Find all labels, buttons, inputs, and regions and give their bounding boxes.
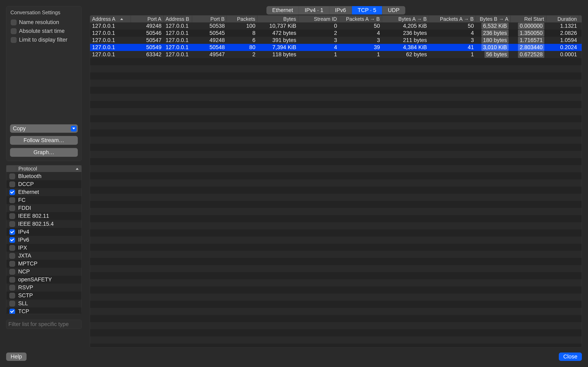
checkbox-icon[interactable]: [9, 213, 15, 219]
table-cell: 6: [227, 37, 258, 43]
checkbox-icon[interactable]: [9, 182, 15, 187]
help-button[interactable]: Help: [6, 352, 26, 361]
protocol-label: IPv4: [18, 229, 29, 235]
protocol-row[interactable]: Bluetooth: [6, 172, 81, 180]
table-row[interactable]: 127.0.0.163342127.0.0.1495472118 bytes11…: [90, 51, 582, 58]
setting-label: Name resolution: [19, 19, 59, 25]
table-row-empty: [90, 101, 582, 108]
setting-option[interactable]: Name resolution: [9, 18, 79, 27]
checkbox-icon[interactable]: [9, 269, 15, 275]
protocol-label: SLL: [18, 300, 28, 307]
column-header[interactable]: Port A: [131, 16, 164, 22]
copy-label: Copy: [13, 125, 26, 132]
table-row[interactable]: 127.0.0.150547127.0.0.1492486391 bytes33…: [90, 37, 582, 44]
follow-stream-button[interactable]: Follow Stream…: [10, 136, 78, 145]
checkbox-icon[interactable]: [9, 174, 15, 179]
checkbox-icon[interactable]: [9, 261, 15, 267]
table-cell: 49547: [192, 51, 227, 58]
column-header[interactable]: Duration: [546, 16, 579, 22]
table-cell: 180 bytes: [476, 37, 511, 44]
checkbox-icon[interactable]: [9, 229, 15, 235]
protocol-row[interactable]: FC: [6, 196, 81, 204]
protocol-row[interactable]: FDDI: [6, 204, 81, 212]
column-header[interactable]: Packets A → B: [339, 16, 382, 22]
checkbox-icon[interactable]: [9, 189, 15, 195]
column-header[interactable]: Packets: [227, 16, 258, 22]
checkbox-icon[interactable]: [9, 309, 15, 314]
column-header[interactable]: Packets A → B: [429, 16, 476, 22]
checkbox-icon[interactable]: [9, 237, 15, 243]
checkbox-icon[interactable]: [9, 277, 15, 283]
protocol-row[interactable]: NCP: [6, 268, 81, 276]
column-header[interactable]: Address A: [90, 16, 131, 22]
table-row[interactable]: 127.0.0.150546127.0.0.1505458472 bytes24…: [90, 30, 582, 37]
protocol-row[interactable]: Ethernet: [6, 188, 81, 196]
table-row-empty: [90, 301, 582, 308]
protocol-label: Bluetooth: [18, 173, 42, 179]
protocol-row[interactable]: RSVP: [6, 284, 81, 292]
table-cell: 1.0594: [546, 37, 579, 43]
checkbox-icon[interactable]: [9, 245, 15, 251]
tab-udp[interactable]: UDP: [382, 6, 405, 15]
column-header[interactable]: Bytes A → B: [382, 16, 429, 22]
protocol-row[interactable]: MPTCP: [6, 260, 81, 268]
table-cell: 4: [429, 30, 476, 36]
table-cell: 4: [298, 44, 339, 50]
table-row-empty: [90, 87, 582, 94]
column-header[interactable]: Rel Start: [511, 16, 546, 22]
column-header[interactable]: Bytes B → A: [476, 16, 511, 22]
protocol-row[interactable]: IEEE 802.15.4: [6, 220, 81, 228]
column-header[interactable]: Address B: [164, 16, 192, 22]
checkbox-icon[interactable]: [9, 197, 15, 203]
tab-ipv6[interactable]: IPv6: [329, 6, 352, 15]
table-cell: 50549: [131, 44, 164, 50]
protocol-row[interactable]: TCP: [6, 308, 81, 314]
protocol-filter-input[interactable]: [6, 320, 82, 329]
table-row[interactable]: 127.0.0.149248127.0.0.15053810010,737 Ki…: [90, 22, 582, 30]
protocol-header-label[interactable]: Protocol: [16, 166, 37, 172]
graph-button[interactable]: Graph…: [10, 148, 78, 157]
protocol-row[interactable]: DCCP: [6, 180, 81, 188]
table-row-empty: [90, 151, 582, 158]
tab-ipv4-1[interactable]: IPv4 · 1: [299, 6, 329, 15]
tab-tcp-5[interactable]: TCP · 5: [352, 6, 382, 15]
close-button[interactable]: Close: [559, 352, 582, 361]
protocol-row[interactable]: JXTA: [6, 252, 81, 260]
checkbox-icon[interactable]: [9, 293, 15, 299]
setting-option[interactable]: Absolute start time: [9, 27, 79, 35]
table-row-empty: [90, 158, 582, 165]
table-cell: 0: [298, 23, 339, 29]
protocol-row[interactable]: IPv4: [6, 228, 81, 236]
checkbox-icon[interactable]: [11, 28, 17, 34]
table-cell: 50548: [192, 44, 227, 50]
tab-ethernet[interactable]: Ethernet: [267, 6, 299, 15]
copy-dropdown[interactable]: Copy: [10, 124, 78, 133]
settings-title: Conversation Settings: [9, 9, 79, 18]
checkbox-icon[interactable]: [9, 253, 15, 259]
table-row-empty: [90, 172, 582, 179]
table-row[interactable]: 127.0.0.150549127.0.0.150548807,394 KiB4…: [90, 44, 582, 51]
checkbox-icon[interactable]: [11, 20, 17, 25]
checkbox-icon[interactable]: [11, 37, 17, 43]
protocol-row[interactable]: IPv6: [6, 236, 81, 244]
protocol-row[interactable]: IEEE 802.11: [6, 212, 81, 220]
checkbox-icon[interactable]: [9, 205, 15, 211]
table-row-empty: [90, 258, 582, 265]
protocol-row[interactable]: SLL: [6, 300, 81, 308]
table-cell: 127.0.0.1: [90, 51, 131, 58]
table-cell: 127.0.0.1: [90, 37, 131, 43]
table-cell: 3: [298, 37, 339, 43]
column-header[interactable]: Stream ID: [298, 16, 339, 22]
checkbox-icon[interactable]: [9, 221, 15, 227]
table-cell: 10,737 KiB: [258, 23, 298, 29]
protocol-row[interactable]: SCTP: [6, 292, 81, 300]
checkbox-icon[interactable]: [9, 285, 15, 291]
column-header[interactable]: Port B: [192, 16, 227, 22]
table-cell: 118 bytes: [258, 51, 298, 58]
column-header[interactable]: Bytes: [258, 16, 298, 22]
protocol-row[interactable]: IPX: [6, 244, 81, 252]
table-cell: 0.672528: [511, 51, 546, 58]
setting-option[interactable]: Limit to display filter: [9, 35, 79, 44]
checkbox-icon[interactable]: [9, 301, 15, 307]
protocol-row[interactable]: openSAFETY: [6, 276, 81, 284]
